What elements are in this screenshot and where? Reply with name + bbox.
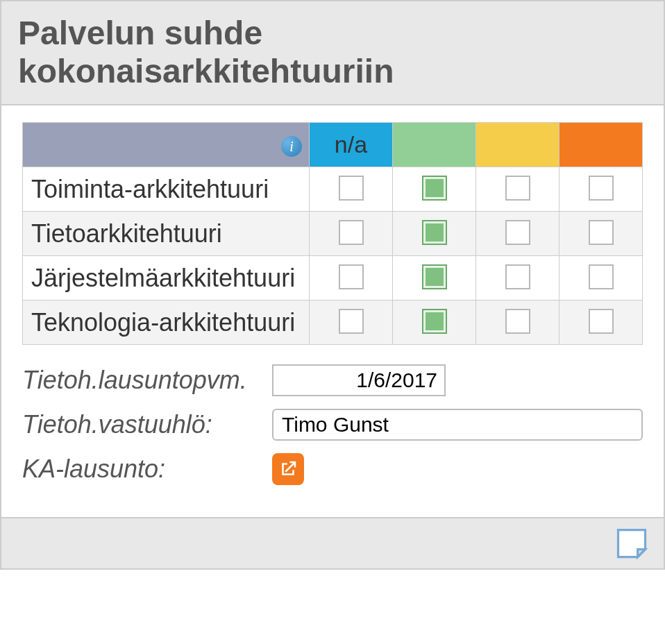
- checkbox-yellow[interactable]: [505, 220, 530, 245]
- checkbox-green[interactable]: [422, 309, 447, 334]
- info-icon[interactable]: i: [281, 136, 302, 157]
- panel-title: Palvelun suhde kokonaisarkkitehtuuriin: [18, 14, 647, 90]
- row-label: Järjestelmäarkkitehtuuri: [23, 256, 310, 300]
- row-label: Toiminta-arkkitehtuuri: [23, 167, 310, 212]
- external-link-icon[interactable]: [272, 453, 304, 485]
- matrix-header-label: i: [23, 123, 310, 167]
- panel-header: Palvelun suhde kokonaisarkkitehtuuriin: [1, 1, 664, 105]
- matrix-header-green: [393, 123, 476, 167]
- checkbox-na[interactable]: [339, 176, 364, 201]
- row-label: Tietoarkkitehtuuri: [23, 212, 310, 256]
- row-label: Teknologia-arkkitehtuuri: [23, 300, 310, 345]
- matrix-header-yellow: [476, 123, 559, 167]
- matrix-header-na: n/a: [310, 123, 393, 167]
- checkbox-orange[interactable]: [589, 220, 614, 245]
- checkbox-orange[interactable]: [589, 309, 614, 334]
- checkbox-yellow[interactable]: [505, 309, 530, 334]
- architecture-panel: Palvelun suhde kokonaisarkkitehtuuriin i…: [0, 0, 665, 570]
- checkbox-orange[interactable]: [589, 264, 614, 289]
- note-icon[interactable]: [614, 525, 650, 561]
- date-input[interactable]: [272, 364, 446, 396]
- panel-body: i n/a Toiminta-arkkitehtuuri Tie: [1, 105, 664, 517]
- checkbox-yellow[interactable]: [505, 264, 530, 289]
- checkbox-green[interactable]: [422, 264, 447, 289]
- person-row: Tietoh.vastuuhlö:: [22, 409, 643, 441]
- link-row: KA-lausunto:: [22, 453, 643, 485]
- date-row: Tietoh.lausuntopvm.: [22, 364, 643, 396]
- checkbox-orange[interactable]: [589, 176, 614, 201]
- table-row: Tietoarkkitehtuuri: [23, 212, 643, 256]
- architecture-matrix: i n/a Toiminta-arkkitehtuuri Tie: [22, 122, 643, 345]
- checkbox-na[interactable]: [339, 220, 364, 245]
- person-input[interactable]: [272, 409, 643, 441]
- checkbox-yellow[interactable]: [505, 176, 530, 201]
- table-row: Toiminta-arkkitehtuuri: [23, 167, 643, 212]
- person-label: Tietoh.vastuuhlö:: [22, 410, 272, 439]
- matrix-body: Toiminta-arkkitehtuuri Tietoarkkitehtuur…: [23, 167, 643, 345]
- table-row: Järjestelmäarkkitehtuuri: [23, 256, 643, 300]
- checkbox-green[interactable]: [422, 176, 447, 201]
- checkbox-green[interactable]: [422, 220, 447, 245]
- checkbox-na[interactable]: [339, 309, 364, 334]
- date-label: Tietoh.lausuntopvm.: [22, 366, 272, 395]
- table-row: Teknologia-arkkitehtuuri: [23, 300, 643, 345]
- panel-footer: [1, 517, 664, 568]
- link-label: KA-lausunto:: [22, 455, 272, 484]
- checkbox-na[interactable]: [339, 264, 364, 289]
- matrix-header-orange: [559, 123, 643, 167]
